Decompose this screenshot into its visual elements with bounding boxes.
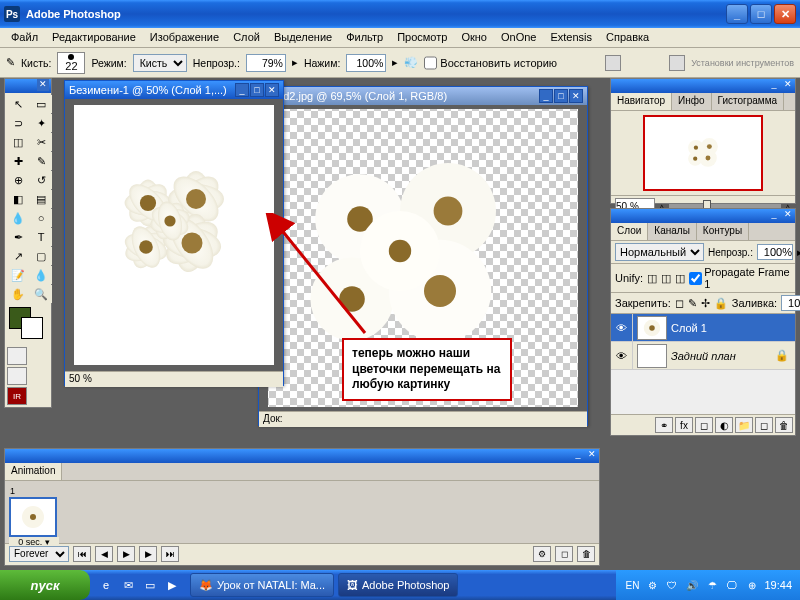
eyedropper-tool[interactable]: 💧 [30, 266, 52, 284]
lock-all-icon[interactable]: 🔒 [714, 297, 728, 310]
zoom-tool[interactable]: 🔍 [30, 285, 52, 303]
stamp-tool[interactable]: ⊕ [7, 171, 29, 189]
doc2-titlebar[interactable]: ldc2d2.jpg @ 69,5% (Слой 1, RGB/8) _□✕ [259, 87, 587, 105]
menu-image[interactable]: Изображение [143, 28, 226, 47]
ql-ie-icon[interactable]: e [96, 574, 116, 596]
blur-tool[interactable]: 💧 [7, 209, 29, 227]
menu-extensis[interactable]: Extensis [543, 28, 599, 47]
info-tab[interactable]: Инфо [672, 93, 712, 110]
layer-folder-icon[interactable]: 📁 [735, 417, 753, 433]
path-tool[interactable]: ↗ [7, 247, 29, 265]
unify-icon-1[interactable]: ◫ [647, 272, 657, 285]
tray-icon-1[interactable]: ⚙ [644, 577, 660, 593]
taskbar-item-1[interactable]: 🦊Урок от NATALI: Ma... [190, 573, 334, 597]
layer1-thumbnail[interactable] [637, 316, 667, 340]
start-button[interactable]: пуск [0, 570, 90, 600]
blend-mode-select[interactable]: Нормальный [615, 243, 704, 261]
close-button[interactable]: ✕ [774, 4, 796, 24]
anim-new-icon[interactable]: ◻ [555, 546, 573, 562]
brushes-palette-button[interactable] [605, 55, 621, 71]
flow-arrow-icon[interactable]: ▸ [392, 56, 398, 69]
histogram-tab[interactable]: Гистограмма [712, 93, 785, 110]
type-tool[interactable]: T [30, 228, 52, 246]
history-brush-tool[interactable]: ↺ [30, 171, 52, 189]
layer-row-1[interactable]: 👁 Слой 1 [611, 314, 795, 342]
menu-view[interactable]: Просмотр [390, 28, 454, 47]
menu-help[interactable]: Справка [599, 28, 656, 47]
anim-first-icon[interactable]: ⏮ [73, 546, 91, 562]
layer-adjust-icon[interactable]: ◐ [715, 417, 733, 433]
layer-mask-icon[interactable]: ◻ [695, 417, 713, 433]
layer-fx-icon[interactable]: fx [675, 417, 693, 433]
brush-preset-picker[interactable]: 22 [57, 52, 85, 74]
minimize-button[interactable]: _ [726, 4, 748, 24]
doc2-min-icon[interactable]: _ [539, 89, 553, 103]
layer-row-bg[interactable]: 👁 Задний план 🔒 [611, 342, 795, 370]
quickmask-button[interactable] [7, 347, 27, 365]
layer-link-icon[interactable]: ⚭ [655, 417, 673, 433]
lock-move-icon[interactable]: ✢ [701, 297, 710, 310]
anim-next-icon[interactable]: ▶ [139, 546, 157, 562]
layer-delete-icon[interactable]: 🗑 [775, 417, 793, 433]
doc2-max-icon[interactable]: □ [554, 89, 568, 103]
layers-min-icon[interactable]: _ [767, 209, 781, 223]
tray-icon-5[interactable]: 🖵 [724, 577, 740, 593]
anim-tween-icon[interactable]: ⚙ [533, 546, 551, 562]
dodge-tool[interactable]: ○ [30, 209, 52, 227]
lang-indicator[interactable]: EN [624, 577, 640, 593]
pen-tool[interactable]: ✒ [7, 228, 29, 246]
navigator-thumbnail[interactable] [643, 115, 763, 191]
opacity-arrow-icon[interactable]: ▸ [292, 56, 298, 69]
hand-tool[interactable]: ✋ [7, 285, 29, 303]
layerbg-thumbnail[interactable] [637, 344, 667, 368]
toolbox-close-icon[interactable]: ✕ [37, 79, 49, 91]
shape-tool[interactable]: ▢ [30, 247, 52, 265]
layer1-visibility-icon[interactable]: 👁 [611, 314, 633, 341]
gradient-tool[interactable]: ▤ [30, 190, 52, 208]
unify-icon-2[interactable]: ◫ [661, 272, 671, 285]
navigator-close-icon[interactable]: ✕ [781, 79, 795, 93]
fill-input[interactable] [781, 295, 800, 311]
flow-input[interactable] [346, 54, 386, 72]
loop-select[interactable]: Forever [9, 546, 69, 562]
layers-close-icon[interactable]: ✕ [781, 209, 795, 223]
animation-min-icon[interactable]: _ [571, 449, 585, 463]
tray-icon-2[interactable]: 🛡 [664, 577, 680, 593]
tray-icon-6[interactable]: ⊕ [744, 577, 760, 593]
animation-tab[interactable]: Animation [5, 463, 62, 480]
ql-desktop-icon[interactable]: ▭ [140, 574, 160, 596]
paths-tab[interactable]: Контуры [697, 223, 749, 240]
lock-trans-icon[interactable]: ◻ [675, 297, 684, 310]
doc2-close-icon[interactable]: ✕ [569, 89, 583, 103]
frame-thumbnail[interactable] [9, 497, 57, 537]
brush-tool[interactable]: ✎ [30, 152, 52, 170]
layer-new-icon[interactable]: ◻ [755, 417, 773, 433]
restore-history-checkbox[interactable]: Восстановить историю [424, 54, 557, 72]
propagate-checkbox[interactable]: Propagate Frame 1 [689, 266, 791, 290]
doc1-titlebar[interactable]: Безимени-1 @ 50% (Слой 1,...) _□✕ [65, 81, 283, 99]
opacity-input[interactable] [246, 54, 286, 72]
layer-opacity-input[interactable] [757, 244, 793, 260]
unify-icon-3[interactable]: ◫ [675, 272, 685, 285]
tray-icon-3[interactable]: 🔊 [684, 577, 700, 593]
anim-play-icon[interactable]: ▶ [117, 546, 135, 562]
menu-select[interactable]: Выделение [267, 28, 339, 47]
clock[interactable]: 19:44 [764, 579, 792, 591]
animation-frame-1[interactable]: 1 0 sec. ▾ [9, 485, 59, 539]
eraser-tool[interactable]: ◧ [7, 190, 29, 208]
document-window-1[interactable]: Безимени-1 @ 50% (Слой 1,...) _□✕ [64, 80, 284, 386]
layerbg-visibility-icon[interactable]: 👁 [611, 342, 633, 369]
taskbar-item-2[interactable]: 🖼Adobe Photoshop [338, 573, 458, 597]
menu-filter[interactable]: Фильтр [339, 28, 390, 47]
animation-close-icon[interactable]: ✕ [585, 449, 599, 463]
lasso-tool[interactable]: ⊃ [7, 114, 29, 132]
screenmode-button[interactable] [7, 367, 27, 385]
lock-paint-icon[interactable]: ✎ [688, 297, 697, 310]
doc1-max-icon[interactable]: □ [250, 83, 264, 97]
slice-tool[interactable]: ✂ [30, 133, 52, 151]
wand-tool[interactable]: ✦ [30, 114, 52, 132]
menu-layer[interactable]: Слой [226, 28, 267, 47]
layers-tab[interactable]: Слои [611, 223, 648, 240]
menu-onone[interactable]: OnOne [494, 28, 543, 47]
menu-edit[interactable]: Редактирование [45, 28, 143, 47]
